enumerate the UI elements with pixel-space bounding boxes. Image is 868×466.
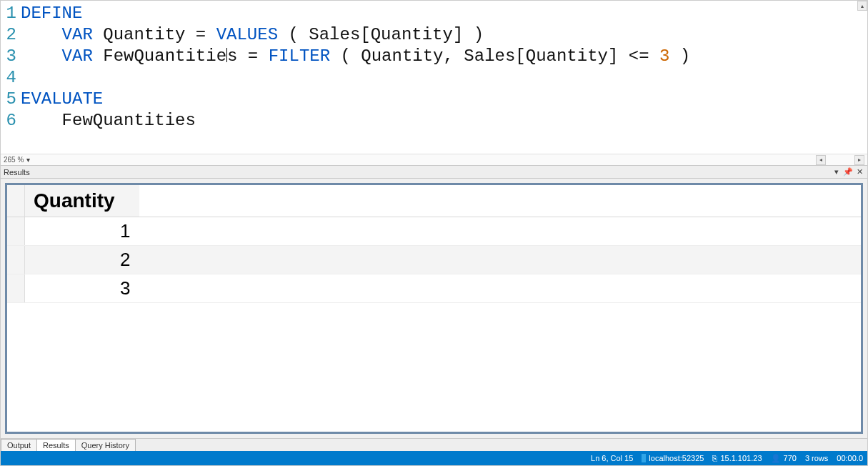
- cell-quantity[interactable]: 3: [25, 274, 139, 303]
- code-line[interactable]: 3 VAR FewQuantities = FILTER ( Quantity,…: [1, 46, 867, 67]
- line-number: 3: [1, 46, 21, 67]
- status-server: localhost:52325: [642, 454, 704, 462]
- code-token: VALUES: [216, 25, 278, 44]
- code-content[interactable]: VAR FewQuantities = FILTER ( Quantity, S…: [21, 46, 867, 67]
- code-token: FewQuantitie: [93, 46, 226, 66]
- code-editor[interactable]: 1DEFINE2 VAR Quantity = VALUES ( Sales[Q…: [1, 1, 867, 154]
- line-number: 2: [1, 24, 21, 46]
- scroll-right-button[interactable]: ▸: [854, 155, 864, 165]
- code-token: [21, 46, 62, 66]
- panel-menu-button[interactable]: ▾: [832, 167, 842, 177]
- code-line[interactable]: 5EVALUATE: [1, 89, 867, 110]
- results-panel-title: Results: [4, 168, 30, 177]
- cell-empty: [139, 246, 862, 274]
- line-number: 6: [1, 110, 21, 132]
- column-header-quantity[interactable]: Quantity: [25, 185, 139, 217]
- cell-empty: [139, 274, 862, 303]
- user-icon: 👤: [771, 454, 781, 463]
- window-status-bar: Ln 6, Col 15 localhost:52325 ⎘ 15.1.101.…: [1, 451, 867, 465]
- code-line[interactable]: 6 FewQuantities: [1, 110, 867, 132]
- code-token: FewQuantities: [21, 111, 196, 130]
- column-header-empty: [139, 185, 862, 217]
- status-time: 00:00.0: [837, 454, 863, 462]
- tab-query-history[interactable]: Query History: [75, 439, 136, 451]
- row-header-corner: [7, 185, 25, 217]
- code-token: 3: [659, 46, 669, 66]
- row-header[interactable]: [7, 274, 25, 303]
- line-number: 1: [1, 3, 21, 24]
- code-token: [21, 25, 62, 44]
- panel-close-button[interactable]: ✕: [854, 167, 864, 177]
- zoom-dropdown-icon[interactable]: ▾: [26, 156, 30, 164]
- editor-zoom-level[interactable]: 265 %: [4, 156, 24, 164]
- code-line[interactable]: 1DEFINE: [1, 3, 867, 24]
- code-token: Quantity =: [93, 25, 216, 44]
- code-token: ( Quantity, Sales[Quantity] <=: [330, 46, 659, 66]
- scroll-up-button[interactable]: ▴: [857, 1, 867, 11]
- editor-vertical-scrollbar[interactable]: ▴: [857, 1, 867, 154]
- code-token: VAR: [62, 46, 93, 66]
- tab-results[interactable]: Results: [36, 439, 76, 451]
- line-number: 4: [1, 67, 21, 89]
- status-user-text: 770: [784, 454, 797, 462]
- results-panel-header: Results ▾ 📌 ✕: [1, 166, 867, 179]
- status-version-text: 15.1.101.23: [720, 454, 762, 462]
- tab-output[interactable]: Output: [1, 439, 37, 451]
- cell-quantity[interactable]: 2: [25, 246, 139, 274]
- code-content[interactable]: FewQuantities: [21, 110, 867, 132]
- editor-zoom-bar: 265 % ▾ ◂ ▸: [1, 154, 867, 165]
- cell-quantity[interactable]: 1: [25, 217, 139, 246]
- table-row[interactable]: 1: [7, 217, 861, 246]
- table-row[interactable]: 2: [7, 246, 861, 274]
- line-number: 5: [1, 89, 21, 110]
- panel-pin-button[interactable]: 📌: [843, 167, 853, 177]
- version-icon: ⎘: [712, 454, 717, 462]
- code-token: VAR: [62, 25, 93, 44]
- code-token: ): [669, 46, 690, 66]
- status-rows: 3 rows: [805, 454, 828, 462]
- code-token: FILTER: [269, 46, 330, 66]
- code-token: s =: [227, 46, 269, 66]
- row-header[interactable]: [7, 217, 25, 246]
- results-grid-frame: Quantity 123: [5, 183, 863, 434]
- status-cursor-position: Ln 6, Col 15: [591, 454, 633, 462]
- status-version: ⎘ 15.1.101.23: [712, 454, 762, 462]
- results-grid[interactable]: Quantity 123: [7, 185, 861, 303]
- status-server-text: localhost:52325: [649, 454, 704, 462]
- status-user: 👤 770: [771, 454, 797, 463]
- code-token: ( Sales[Quantity] ): [278, 25, 484, 44]
- results-panel-body: Quantity 123: [1, 179, 867, 438]
- code-line[interactable]: 2 VAR Quantity = VALUES ( Sales[Quantity…: [1, 24, 867, 46]
- code-content[interactable]: VAR Quantity = VALUES ( Sales[Quantity] …: [21, 24, 867, 46]
- code-content[interactable]: DEFINE: [21, 3, 867, 24]
- row-header[interactable]: [7, 246, 25, 274]
- code-content[interactable]: [21, 67, 867, 89]
- cell-empty: [139, 217, 862, 246]
- code-line[interactable]: 4: [1, 67, 867, 89]
- scroll-left-button[interactable]: ◂: [816, 155, 826, 165]
- table-row[interactable]: 3: [7, 274, 861, 303]
- editor-pane: 1DEFINE2 VAR Quantity = VALUES ( Sales[Q…: [1, 1, 867, 166]
- bottom-tab-bar: Output Results Query History: [1, 438, 867, 451]
- server-indicator-icon: [642, 454, 646, 462]
- code-token: DEFINE: [21, 4, 82, 23]
- app-window: 1DEFINE2 VAR Quantity = VALUES ( Sales[Q…: [0, 0, 868, 466]
- code-content[interactable]: EVALUATE: [21, 89, 867, 110]
- code-token: EVALUATE: [21, 89, 103, 109]
